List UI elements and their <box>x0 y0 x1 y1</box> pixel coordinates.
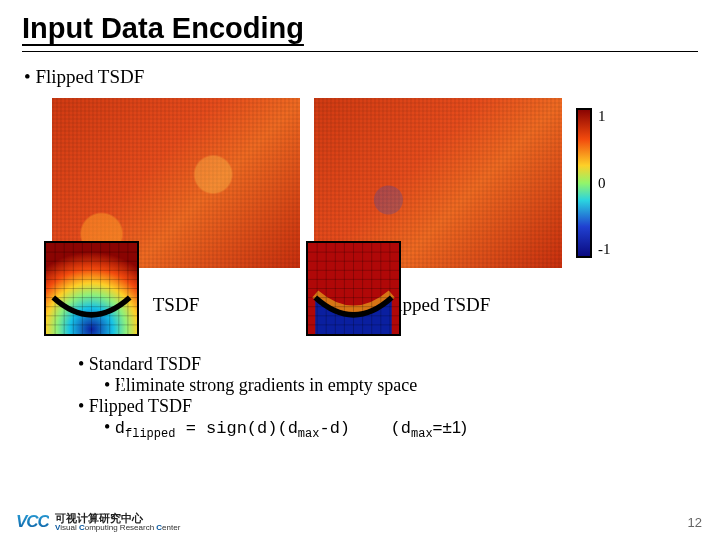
cb-bot: -1 <box>598 241 611 258</box>
slide-title: Input Data Encoding <box>22 12 698 49</box>
vcc-mark: VCC <box>16 512 49 532</box>
figure-row: TSDF flipped TSDF 1 <box>22 98 698 316</box>
inset-flipped <box>306 241 401 336</box>
cb-top: 1 <box>598 108 611 125</box>
title-rule <box>22 51 698 52</box>
bullet-formula: dflipped = sign(d)(dmax-d) (dmax=±1) <box>104 417 698 441</box>
page-number: 12 <box>688 515 702 530</box>
footer-logo: VCC 可视计算研究中心 Visual Computing Research C… <box>16 512 180 532</box>
colorbar-gradient <box>576 108 592 258</box>
annotation-ellipse <box>102 369 122 399</box>
panel-tsdf: TSDF <box>52 98 300 316</box>
inset-tsdf <box>44 241 139 336</box>
panel-flipped: flipped TSDF <box>314 98 562 316</box>
top-bullet: Flipped TSDF <box>24 66 698 88</box>
bullet-standard-sub: Eliminate strong gradients in empty spac… <box>104 375 698 396</box>
body-bullets: Standard TSDF Eliminate strong gradients… <box>78 354 698 441</box>
bullet-standard: Standard TSDF <box>78 354 698 375</box>
bullet-flipped: Flipped TSDF <box>78 396 698 417</box>
vcc-en: Visual Computing Research Center <box>55 524 180 532</box>
cb-mid: 0 <box>598 175 611 192</box>
colorbar: 1 0 -1 <box>576 98 636 268</box>
